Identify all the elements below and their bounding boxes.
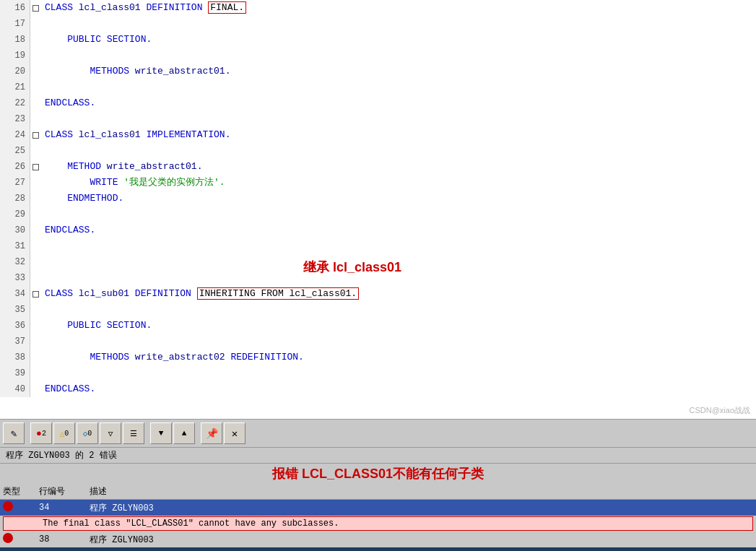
error-icon-38: [3, 533, 13, 543]
filter2-button[interactable]: ☰: [123, 422, 144, 444]
line-gutter: [30, 95, 42, 111]
code-token: ENDCLASS.: [45, 225, 95, 235]
line-number: 31: [0, 238, 30, 254]
line-gutter: [30, 270, 42, 286]
code-line: 39: [0, 365, 756, 381]
error-detail-34: The final class "LCL_CLASS01" cannot hav…: [3, 516, 753, 531]
highlighted-keyword: INHERITING FROM lcl_class01.: [197, 287, 359, 300]
code-token: CLASS: [45, 2, 73, 13]
line-number: 19: [0, 48, 30, 64]
pin-button[interactable]: 📌: [201, 422, 222, 444]
line-number: 38: [0, 350, 30, 365]
line-gutter: [30, 254, 42, 270]
line-number: 20: [0, 64, 30, 79]
collapse-icon[interactable]: [32, 132, 39, 139]
error-line-38: 38: [39, 534, 90, 545]
line-gutter: [30, 143, 42, 159]
error-count-button[interactable]: ●2: [30, 422, 52, 444]
code-line: 38 METHODS write_abstract02 REDEFINITION…: [0, 350, 756, 365]
error-table-header: 类型 行编号 描述: [0, 484, 756, 500]
line-number: 21: [0, 79, 30, 95]
line-gutter: [30, 64, 42, 79]
line-gutter: [30, 318, 42, 334]
code-line: 30ENDCLASS.: [0, 222, 756, 238]
code-line: 37: [0, 334, 756, 350]
collapse-icon[interactable]: [32, 164, 39, 170]
line-number: 35: [0, 302, 30, 318]
line-content: METHOD write_abstract01.: [42, 159, 756, 175]
toolbar: ✎ ●2 △0 ◇0 ▽ ☰ ▼ ▲ 📌 ✕: [0, 419, 756, 448]
line-gutter: [30, 222, 42, 238]
error-row-34[interactable]: 34 程序 ZGLYN003: [0, 500, 756, 516]
error-line-34: 34: [39, 503, 90, 513]
error-panel: 程序 ZGLYN003 的 2 错误 报错 LCL_CLASS01不能有任何子类…: [0, 448, 756, 547]
line-number: 36: [0, 318, 30, 334]
line-number: 39: [0, 365, 30, 381]
code-line: 31: [0, 238, 756, 254]
line-content: PUBLIC SECTION.: [42, 32, 756, 48]
code-token: lcl_class01: [73, 2, 146, 13]
program-error-label: 程序 ZGLYN003 的 2 错误: [6, 451, 117, 461]
line-gutter: [30, 16, 42, 32]
code-line: 20 METHODS write_abstract01.: [0, 64, 756, 79]
watermark: CSDN@xiao战战: [689, 405, 750, 416]
line-gutter: [30, 334, 42, 350]
code-line: 40ENDCLASS.: [0, 381, 756, 397]
code-line: 25: [0, 143, 756, 159]
line-content: ENDMETHOD.: [42, 191, 756, 207]
filter-button[interactable]: ▽: [100, 422, 121, 444]
line-number: 37: [0, 334, 30, 350]
code-token: ENDCLASS.: [45, 97, 95, 108]
warning-count-button[interactable]: △0: [53, 422, 75, 444]
code-line: 24CLASS lcl_class01 IMPLEMENTATION.: [0, 127, 756, 143]
line-gutter: [30, 111, 42, 127]
line-gutter: [30, 191, 42, 207]
col-header-desc: 描述: [90, 485, 753, 498]
code-line: 34CLASS lcl_sub01 DEFINITION INHERITING …: [0, 286, 756, 302]
line-gutter: [30, 207, 42, 222]
code-line: 35: [0, 302, 756, 318]
collapse-icon[interactable]: [32, 291, 39, 298]
line-gutter: [30, 381, 42, 397]
line-number: 16: [0, 0, 30, 16]
code-token: '我是父类的实例方法'.: [118, 177, 225, 188]
code-token: METHODS: [90, 352, 129, 363]
line-content: WRITE '我是父类的实例方法'.: [42, 175, 756, 191]
col-header-line: 行编号: [39, 485, 90, 498]
line-content: CLASS lcl_class01 IMPLEMENTATION.: [42, 127, 756, 143]
error-type-34: [3, 501, 39, 514]
line-gutter: [30, 159, 42, 175]
line-gutter: [30, 238, 42, 254]
collapse-icon[interactable]: [32, 5, 39, 12]
nav-down-button[interactable]: ▼: [150, 422, 172, 444]
line-number: 22: [0, 95, 30, 111]
line-content: CLASS lcl_class01 DEFINITION FINAL.: [42, 0, 756, 16]
info-count-button[interactable]: ◇0: [77, 422, 98, 444]
code-lines: 16CLASS lcl_class01 DEFINITION FINAL.171…: [0, 0, 756, 397]
line-gutter: [30, 175, 42, 191]
code-line: 26 METHOD write_abstract01.: [0, 159, 756, 175]
code-line: 17: [0, 16, 756, 32]
line-number: 27: [0, 175, 30, 191]
error-desc-34: 程序 ZGLYN003: [90, 502, 753, 514]
line-number: 24: [0, 127, 30, 143]
edit-button[interactable]: ✎: [3, 422, 25, 444]
error-annotation: 报错 LCL_CLASS01不能有任何子类: [0, 464, 756, 484]
error-type-38: [3, 533, 39, 546]
code-token: write_abstract02: [129, 352, 230, 363]
code-line: 16CLASS lcl_class01 DEFINITION FINAL.: [0, 0, 756, 16]
annotation-inherit: 继承 lcl_class01: [303, 259, 401, 276]
code-line: 27 WRITE '我是父类的实例方法'.: [0, 175, 756, 191]
code-token: REDEFINITION.: [230, 352, 303, 363]
line-number: 25: [0, 143, 30, 159]
line-content: METHODS write_abstract02 REDEFINITION.: [42, 350, 756, 365]
code-token: DEFINITION: [146, 2, 202, 13]
error-row-38[interactable]: 38 程序 ZGLYN003: [0, 532, 756, 547]
code-token: METHODS: [90, 66, 129, 77]
line-number: 29: [0, 207, 30, 222]
line-number: 32: [0, 254, 30, 270]
line-content: PUBLIC SECTION.: [42, 318, 756, 334]
close-button[interactable]: ✕: [224, 422, 246, 444]
nav-up-button[interactable]: ▲: [173, 422, 195, 444]
line-content: ENDCLASS.: [42, 222, 756, 238]
